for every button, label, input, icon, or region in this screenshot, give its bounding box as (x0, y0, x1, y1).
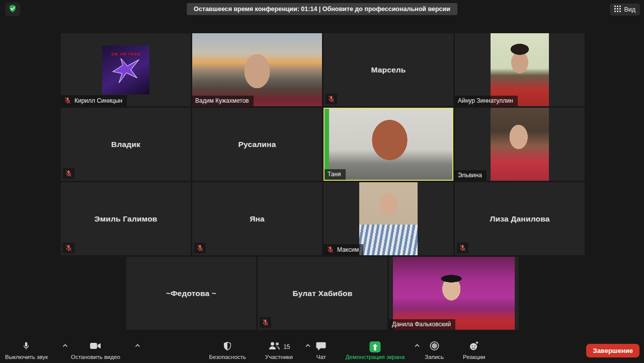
participant-avatar: DB_HR TEAM (102, 45, 149, 94)
muted-mic-icon (194, 243, 206, 253)
video-tile-kirill[interactable]: DB_HR TEAMКирилл Синицын (61, 33, 191, 106)
microphone-icon (22, 340, 31, 353)
participant-name: Владик (61, 140, 191, 149)
participant-name: Максим (337, 246, 359, 253)
muted-mic-icon (327, 246, 334, 253)
reactions-button[interactable]: Реакции (462, 339, 486, 360)
participant-name: ~Федотова ~ (126, 289, 256, 298)
participant-name: Русалина (192, 140, 322, 149)
participant-name: Таня (328, 171, 341, 178)
video-feed (359, 182, 418, 255)
participants-button-label: Участники (265, 354, 293, 360)
participant-name: Айнур Зиннатуллин (458, 97, 513, 104)
muted-mic-icon (63, 168, 74, 179)
avatar-text: DB_HR TEAM (102, 51, 149, 56)
share-options-caret[interactable] (414, 344, 420, 347)
muted-mic-icon (260, 317, 271, 328)
grid-row: Эмиль ГалимовЯнаМаксимЛиза Данилова (61, 182, 584, 255)
video-feed (491, 108, 549, 181)
participant-name: Эльвина (458, 172, 482, 179)
shield-icon (223, 341, 232, 353)
participant-name-label: Кирилл Синицын (61, 95, 127, 106)
stop-video-button-label: Остановить видео (71, 354, 120, 360)
toolbar-left-group: Выключить звук Остановить видео (4, 339, 127, 360)
end-meeting-button[interactable]: Завершение (586, 344, 639, 357)
top-bar: Оставшееся время конференции: 01:14 | Об… (0, 0, 644, 18)
view-button-label: Вид (624, 6, 635, 13)
participant-name-label: Вадим Кужахметов (192, 96, 254, 106)
participant-name: Лиза Данилова (455, 214, 585, 224)
meeting-security-badge[interactable] (5, 3, 20, 16)
chat-icon (316, 341, 327, 353)
participant-name: Марсель (324, 65, 453, 75)
mute-button-label: Выключить звук (5, 354, 48, 360)
video-tile-maksim[interactable]: Максим (324, 182, 453, 255)
participant-name-label: Айнур Зиннатуллин (455, 96, 518, 106)
video-options-caret[interactable] (135, 344, 140, 347)
video-tile-ainur[interactable]: Айнур Зиннатуллин (455, 33, 585, 106)
chat-button[interactable]: Чат (315, 339, 328, 360)
share-screen-button[interactable]: Демонстрация экрана (345, 339, 407, 360)
participant-name: Кирилл Синицын (74, 97, 122, 104)
reactions-icon (469, 341, 479, 353)
participants-options-caret[interactable] (305, 344, 311, 347)
participant-name-label: Максим (324, 244, 363, 255)
participants-icon (268, 341, 281, 352)
record-button[interactable]: Запись (424, 339, 445, 360)
grid-icon (614, 6, 621, 14)
participant-name-label: Эльвина (455, 170, 487, 181)
grid-row: ~Федотова ~Булат ХабибовДанила Фальковск… (61, 257, 584, 330)
mute-options-caret[interactable] (62, 344, 68, 347)
video-tile-liza[interactable]: Лиза Данилова (455, 182, 585, 255)
video-tile-marsel[interactable]: Марсель (324, 33, 453, 106)
camera-icon (90, 341, 102, 352)
meeting-toolbar: Выключить звук Остановить видео Безопасн… (0, 338, 644, 363)
participant-name: Эмиль Галимов (61, 214, 191, 224)
muted-mic-icon (457, 243, 468, 253)
participant-name-label: Таня (325, 169, 346, 180)
grid-row: ВладикРусалинаТаняЭльвина (61, 108, 584, 181)
video-tile-bulat[interactable]: Булат Хабибов (258, 257, 387, 330)
mute-button[interactable]: Выключить звук (4, 339, 55, 360)
video-tile-emil[interactable]: Эмиль Галимов (61, 182, 191, 255)
reactions-button-label: Реакции (463, 354, 485, 360)
video-tile-rusalina[interactable]: Русалина (192, 108, 322, 181)
video-tile-yana[interactable]: Яна (192, 182, 322, 255)
video-tile-vadim[interactable]: Вадим Кужахметов (192, 33, 322, 106)
muted-mic-icon (63, 243, 74, 253)
stop-video-button[interactable]: Остановить видео (70, 339, 127, 360)
participant-name: Булат Хабибов (258, 289, 387, 298)
video-tile-elvina[interactable]: Эльвина (455, 108, 585, 181)
grid-row: DB_HR TEAMКирилл СиницынВадим Кужахметов… (61, 33, 584, 106)
video-grid: DB_HR TEAMКирилл СиницынВадим Кужахметов… (61, 33, 584, 331)
record-icon (429, 341, 439, 353)
participants-button[interactable]: 15 Участники (264, 339, 298, 360)
video-tile-vladik[interactable]: Владик (61, 108, 191, 181)
share-screen-icon (370, 341, 381, 352)
video-tile-tanya[interactable]: Таня (324, 108, 453, 181)
participant-name: Вадим Кужахметов (195, 97, 249, 104)
zoom-meeting-window: Оставшееся время конференции: 01:14 | Об… (0, 0, 644, 363)
security-button-label: Безопасность (209, 354, 246, 360)
shield-check-icon (8, 4, 17, 15)
participant-name: Яна (192, 214, 322, 224)
view-button[interactable]: Вид (610, 4, 640, 16)
participant-name: Данила Фальковский (392, 321, 451, 328)
security-button[interactable]: Безопасность (208, 339, 247, 360)
video-tile-fedotova[interactable]: ~Федотова ~ (126, 257, 256, 330)
conference-time-banner[interactable]: Оставшееся время конференции: 01:14 | Об… (187, 3, 457, 15)
record-button-label: Запись (425, 354, 444, 360)
chat-button-label: Чат (316, 354, 326, 360)
muted-mic-icon (326, 94, 337, 104)
participant-name-label: Данила Фальковский (389, 319, 455, 330)
toolbar-center-group: Безопасность 15 Участники Чат (208, 339, 487, 360)
participant-count-badge: 15 (283, 343, 290, 350)
video-tile-danila[interactable]: Данила Фальковский (389, 257, 519, 330)
muted-mic-icon (64, 97, 71, 104)
share-screen-button-label: Демонстрация экрана (346, 354, 405, 360)
